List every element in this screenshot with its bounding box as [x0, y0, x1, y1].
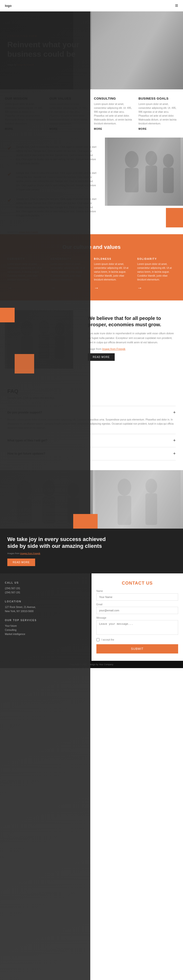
footer-call-us-title: CALL US — [5, 581, 87, 585]
footer-service-3[interactable]: Market intelligence — [5, 632, 87, 636]
svg-rect-23 — [117, 496, 131, 525]
nav-menu-icon[interactable]: ≡ — [175, 2, 178, 9]
footer-location: LOCATION 127 Rock Street, 21 Avenue, New… — [5, 600, 87, 613]
footer-location-title: LOCATION — [5, 600, 87, 604]
form-accept-row: I accept the — [96, 638, 178, 641]
svg-rect-4 — [145, 165, 157, 192]
believe-read-more-button[interactable]: READ MORE — [88, 353, 115, 361]
believe-credit-link[interactable]: Image from Freepik — [102, 347, 125, 350]
footer: CALL US (294) 567-191 (294) 567-191 LOCA… — [0, 573, 183, 668]
believe-orange-bottom — [14, 354, 34, 374]
believe-title: We believe that for all people to prospe… — [88, 315, 176, 328]
success-credit: Images from Images from Freepik — [7, 552, 176, 555]
form-accept-label: I accept the — [101, 638, 114, 641]
success-image-2 — [93, 470, 183, 528]
culture-col-boldness: BOLDNESS Lorem ipsum dolor sit amet, con… — [94, 258, 133, 291]
faq-plus-icon-1[interactable]: + — [173, 438, 176, 443]
mission-text-consulting: Lorem ipsum dolor sit amet, consectetur … — [94, 102, 134, 126]
checklist-orange-accent — [166, 208, 183, 228]
mission-col-goals: Business Goals Lorem ipsum dolor sit ame… — [139, 97, 178, 130]
culture-boldness-text: Lorem ipsum dolor sit amet, consectetur … — [94, 262, 133, 282]
footer-phone-2[interactable]: (294) 567-191 — [5, 590, 87, 595]
form-name-group: Name — [96, 590, 178, 601]
footer-left: CALL US (294) 567-191 (294) 567-191 LOCA… — [0, 573, 92, 661]
form-message-group: Message — [96, 616, 178, 636]
mission-more-consulting[interactable]: MORE — [94, 127, 134, 130]
culture-col-solidarity: SOLIDARITY Lorem ipsum dolor sit amet, c… — [137, 258, 176, 291]
svg-point-3 — [145, 151, 157, 165]
form-email-label: Email — [96, 603, 178, 606]
svg-rect-2 — [125, 168, 139, 192]
believe-text: Duis aute irure dolor in reprehenderit i… — [88, 331, 176, 345]
checklist-image — [105, 138, 183, 206]
footer-services: OUR TOP SERVICES Your future Consulting … — [5, 618, 87, 636]
success-content: We take joy in every success achieved si… — [0, 528, 183, 573]
mission-title-goals: Business Goals — [139, 97, 178, 100]
svg-point-24 — [145, 479, 157, 493]
svg-point-5 — [163, 154, 174, 167]
form-email-input[interactable] — [96, 607, 178, 614]
mission-more-goals[interactable]: MORE — [139, 127, 178, 130]
believe-right: We believe that for all people to prospe… — [78, 310, 183, 369]
form-name-input[interactable] — [96, 593, 178, 601]
footer-top: CALL US (294) 567-191 (294) 567-191 LOCA… — [0, 573, 183, 661]
mission-title-consulting: Consulting — [94, 97, 134, 100]
svg-point-1 — [125, 151, 139, 168]
footer-phone-1[interactable]: (294) 567-191 — [5, 586, 87, 590]
success-read-more-button[interactable]: READ MORE — [7, 558, 35, 566]
believe-credit: Image from Image from Freepik — [88, 347, 176, 352]
footer-call-us: CALL US (294) 567-191 (294) 567-191 — [5, 581, 87, 595]
faq-plus-icon-0[interactable]: + — [173, 410, 176, 415]
footer-address: 127 Rock Street, 21 Avenue, New York, NY… — [5, 605, 87, 613]
footer-contact-form: CONTACT US Name Email Message I accept t… — [92, 573, 183, 661]
culture-solidarity-text: Lorem ipsum dolor sit amet, consectetur … — [137, 262, 176, 282]
navbar: logo ≡ — [0, 0, 183, 11]
form-name-label: Name — [96, 590, 178, 592]
believe-orange-top — [0, 308, 14, 322]
culture-solidarity-arrow[interactable]: → — [137, 285, 142, 291]
culture-boldness-arrow[interactable]: → — [94, 285, 99, 291]
success-title: We take joy in every success achieved si… — [7, 536, 108, 550]
form-message-textarea[interactable] — [96, 620, 178, 635]
footer-services-title: OUR TOP SERVICES — [5, 618, 87, 622]
form-submit-button[interactable]: SUBMIT — [96, 644, 178, 654]
mission-col-consulting: Consulting Lorem ipsum dolor sit amet, c… — [94, 97, 134, 130]
footer-service-2[interactable]: Consulting — [5, 628, 87, 632]
faq-plus-icon-2[interactable]: + — [173, 451, 176, 456]
form-email-group: Email — [96, 603, 178, 614]
footer-service-1[interactable]: Your future — [5, 624, 87, 628]
footer-contact-title: CONTACT US — [96, 581, 178, 586]
success-credit-link[interactable]: Images from Freepik — [20, 552, 40, 555]
form-accept-checkbox[interactable] — [96, 638, 100, 641]
culture-boldness-title: BOLDNESS — [94, 258, 133, 260]
nav-logo: logo — [5, 4, 11, 8]
form-message-label: Message — [96, 616, 178, 619]
mission-text-goals: Lorem ipsum dolor sit amet, consectetur … — [139, 102, 178, 126]
svg-rect-6 — [163, 167, 174, 193]
culture-solidarity-title: SOLIDARITY — [137, 258, 176, 260]
svg-rect-21 — [95, 470, 181, 528]
svg-rect-25 — [145, 493, 157, 525]
svg-point-22 — [117, 479, 131, 496]
checklist-right — [105, 138, 183, 225]
